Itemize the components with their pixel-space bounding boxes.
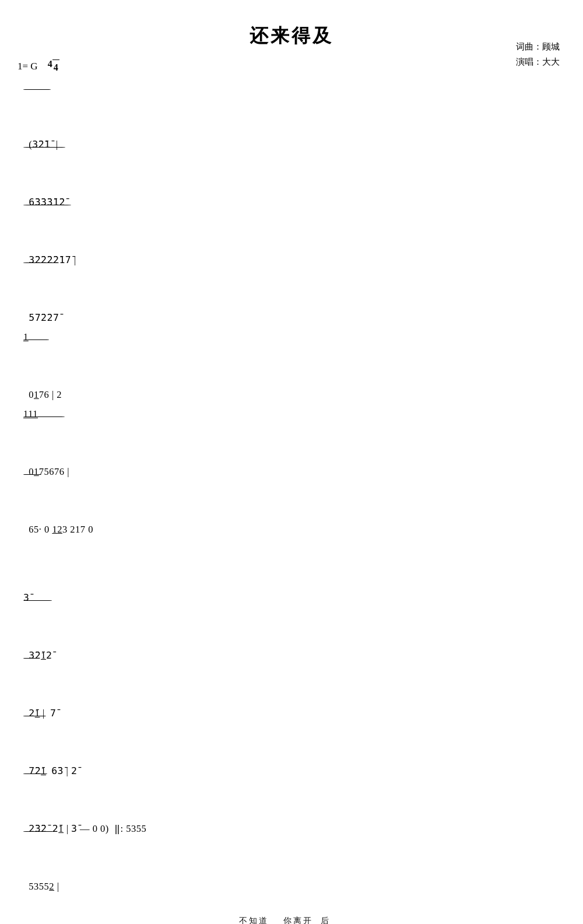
time-signature: 44 <box>48 60 59 72</box>
lyricist: 词曲：顾城 <box>516 40 560 55</box>
score-container: (3̄2̄1̄ | 6̄3̄3̄3̄1̄2̄ 3̄2̄2̄2̄2̄1̄7̄ | … <box>17 77 566 924</box>
notes-line-1: (3̄2̄1̄ | 6̄3̄3̄3̄1̄2̄ 3̄2̄2̄2̄2̄1̄7̄ | … <box>23 77 560 558</box>
lyrics-line-2: 不知道 你离开 后 <box>23 915 560 924</box>
key-label: 1= G <box>17 61 38 72</box>
row-group-2: 3̄ 3̄2̄12̄ 2̄1 | 7̄ 7̄2̄1 6̄3̄ | 2̄ 2̄3̄… <box>23 569 560 924</box>
meta-right: 词曲：顾城 演唱：大大 <box>516 40 560 69</box>
singer: 演唱：大大 <box>516 55 560 70</box>
notes-line-2: 3̄ 3̄2̄12̄ 2̄1 | 7̄ 7̄2̄1 6̄3̄ | 2̄ 2̄3̄… <box>23 569 560 915</box>
row-group-1: (3̄2̄1̄ | 6̄3̄3̄3̄1̄2̄ 3̄2̄2̄2̄2̄1̄7̄ | … <box>23 77 560 558</box>
meta-left: 1= G 44 <box>17 60 566 72</box>
page-title: 还来得及 <box>17 23 566 49</box>
